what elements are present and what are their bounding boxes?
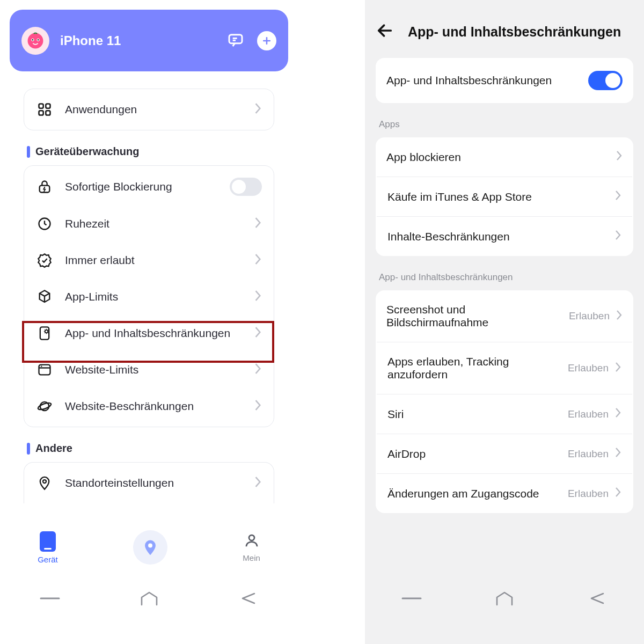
row-applications[interactable]: Anwendungen xyxy=(24,91,274,128)
lock-bolt-icon xyxy=(36,178,53,195)
svg-point-17 xyxy=(45,330,48,333)
svg-point-3 xyxy=(32,39,33,40)
clock-hourglass-icon xyxy=(36,215,53,232)
chevron-right-icon xyxy=(254,326,262,341)
nav-home-icon[interactable] xyxy=(483,591,526,605)
chevron-right-icon xyxy=(615,407,621,421)
card-restrictions: Screenshot und Bildschirmaufnahme Erlaub… xyxy=(376,290,633,513)
nav-home-icon[interactable] xyxy=(128,591,171,605)
section-monitoring-title: Geräteüberwachung xyxy=(27,145,298,158)
row-block-app[interactable]: App blockieren xyxy=(376,137,633,177)
card-monitoring: Sofortige Blockierung Ruhezeit Immer erl… xyxy=(24,165,274,427)
location-pin-icon xyxy=(36,474,53,492)
chevron-right-icon xyxy=(615,230,621,243)
card-main-toggle: App- und Inhaltsbeschränkungen xyxy=(376,58,633,103)
card-apps: App blockieren Käufe im iTunes & App Sto… xyxy=(376,137,633,256)
row-label: Anwendungen xyxy=(65,103,243,116)
svg-rect-10 xyxy=(39,104,43,108)
row-siri[interactable]: Siri Erlauben xyxy=(377,394,632,434)
phone-gear-icon xyxy=(36,325,53,342)
chevron-right-icon xyxy=(254,217,262,231)
section-other-title: Andere xyxy=(27,442,298,455)
device-icon xyxy=(40,531,56,552)
chevron-right-icon xyxy=(615,362,621,375)
svg-point-0 xyxy=(28,33,43,48)
nav-device[interactable]: Gerät xyxy=(38,531,58,564)
browser-icon xyxy=(36,361,53,378)
planet-icon xyxy=(36,398,53,415)
section-marker-icon xyxy=(27,146,30,158)
chat-icon[interactable] xyxy=(227,31,244,50)
row-instant-block[interactable]: Sofortige Blockierung xyxy=(24,168,274,206)
svg-point-23 xyxy=(43,480,46,483)
bottom-nav: Gerät Mein xyxy=(0,521,298,574)
row-location-settings[interactable]: Standorteinstellungen xyxy=(24,465,274,501)
nav-recents-icon[interactable] xyxy=(28,591,71,605)
section-label-restrictions: App- und Inhaltsbeschränkungen xyxy=(379,272,644,283)
system-nav xyxy=(365,585,644,612)
svg-rect-18 xyxy=(39,365,50,375)
system-nav xyxy=(0,585,298,612)
row-downtime[interactable]: Ruhezeit xyxy=(24,206,274,242)
svg-rect-13 xyxy=(46,111,50,115)
add-button[interactable] xyxy=(257,31,276,50)
nav-back-icon[interactable] xyxy=(576,591,619,605)
nav-back-icon[interactable] xyxy=(227,591,270,605)
device-name: iPhone 11 xyxy=(60,33,121,48)
row-tracking[interactable]: Apps erlauben, Tracking anzufordern Erla… xyxy=(377,342,632,394)
svg-rect-16 xyxy=(40,327,49,339)
toggle-instant-block[interactable] xyxy=(230,178,262,196)
row-purchases[interactable]: Käufe im iTunes & App Store xyxy=(377,177,632,216)
nav-location[interactable] xyxy=(133,530,167,565)
card-other: Standorteinstellungen xyxy=(24,462,274,503)
svg-rect-11 xyxy=(46,104,50,108)
section-label-apps: Apps xyxy=(379,119,644,130)
chevron-right-icon xyxy=(254,399,262,414)
cube-hourglass-icon xyxy=(36,288,53,305)
chevron-right-icon xyxy=(615,190,621,203)
row-airdrop[interactable]: AirDrop Erlauben xyxy=(377,434,632,473)
row-content-limits[interactable]: Inhalte-Beschränkungen xyxy=(377,216,632,256)
card-usage: Anwendungen xyxy=(24,89,274,130)
detail-header: App- und Inhaltsbeschränkungen xyxy=(365,0,644,58)
row-always-allowed[interactable]: Immer erlaubt xyxy=(24,242,274,279)
back-button[interactable] xyxy=(376,21,394,42)
apps-icon xyxy=(36,101,53,118)
svg-point-4 xyxy=(38,39,39,40)
chevron-right-icon xyxy=(254,476,262,491)
row-passcode-changes[interactable]: Änderungen am Zugangscode Erlauben xyxy=(377,473,632,513)
left-screen: iPhone 11 Anwendungen xyxy=(0,0,298,644)
chevron-right-icon xyxy=(254,253,262,268)
svg-point-24 xyxy=(148,543,152,547)
chevron-right-icon xyxy=(616,310,623,323)
badge-check-icon xyxy=(36,252,53,269)
nav-recents-icon[interactable] xyxy=(390,591,433,605)
nav-mine[interactable]: Mein xyxy=(243,532,260,562)
section-marker-icon xyxy=(27,443,30,455)
chevron-right-icon xyxy=(254,290,262,304)
right-screen: App- und Inhaltsbeschränkungen App- und … xyxy=(365,0,644,644)
svg-point-22 xyxy=(37,401,52,411)
chevron-right-icon xyxy=(616,150,623,164)
row-content-restrictions[interactable]: App- und Inhaltsbeschränkungen xyxy=(24,315,274,352)
chevron-right-icon xyxy=(615,447,621,460)
chevron-right-icon xyxy=(254,363,262,377)
page-title: App- und Inhaltsbeschränkungen xyxy=(408,24,621,40)
chevron-right-icon xyxy=(254,103,262,117)
row-website-restrictions[interactable]: Website-Beschränkungen xyxy=(24,388,274,425)
row-app-limits[interactable]: App-Limits xyxy=(24,279,274,315)
row-website-limits[interactable]: Website-Limits xyxy=(24,352,274,388)
toggle-restrictions[interactable] xyxy=(588,71,623,90)
svg-rect-12 xyxy=(39,111,43,115)
avatar[interactable] xyxy=(21,27,49,55)
row-screenshot[interactable]: Screenshot und Bildschirmaufnahme Erlaub… xyxy=(376,290,633,342)
user-icon xyxy=(244,532,260,550)
device-header: iPhone 11 xyxy=(10,10,288,71)
chevron-right-icon xyxy=(615,487,621,500)
row-main-toggle[interactable]: App- und Inhaltsbeschränkungen xyxy=(376,58,633,103)
svg-point-25 xyxy=(249,535,254,540)
